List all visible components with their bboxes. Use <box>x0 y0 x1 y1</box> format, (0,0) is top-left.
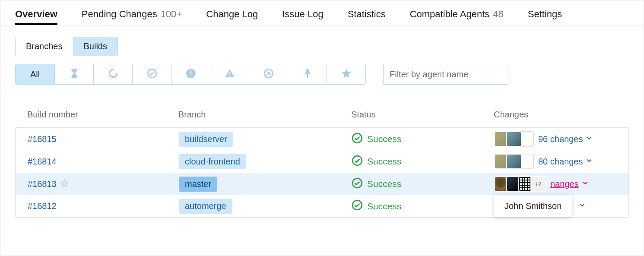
status-text: Success <box>367 156 401 167</box>
tab-label: Overview <box>15 9 57 20</box>
filter-cancelled-button[interactable] <box>249 64 288 84</box>
tab-badge: 48 <box>493 9 503 20</box>
agent-filter-input[interactable] <box>383 64 508 85</box>
chevron-down-icon <box>581 179 589 189</box>
success-icon <box>352 133 363 146</box>
col-branch: Branch <box>178 110 351 120</box>
tab-label: Pending Changes <box>82 9 157 20</box>
svg-rect-5 <box>229 76 230 76</box>
avatar-stack[interactable]: +2 <box>494 176 546 192</box>
build-number-text: #16813 <box>28 179 57 189</box>
view-toggle-branches[interactable]: Branches <box>16 37 73 56</box>
spinner-icon <box>108 68 119 81</box>
warning-triangle-icon <box>224 68 235 81</box>
tab-compatible-agents[interactable]: Compatible Agents48 <box>410 9 504 25</box>
status-cell: Success <box>352 133 494 146</box>
tab-overview[interactable]: Overview <box>15 9 57 25</box>
avatar-more-badge[interactable]: +2 <box>530 176 546 192</box>
tab-statistics[interactable]: Statistics <box>348 9 386 25</box>
branch-tag[interactable]: automerge <box>179 199 232 214</box>
svg-rect-4 <box>229 72 230 75</box>
changes-cell: +2 nanges John Smithson <box>494 176 616 192</box>
branch-tag[interactable]: cloud-frontend <box>179 154 246 169</box>
star-icon <box>341 68 352 81</box>
builds-table: Build number Branch Status Changes #1681… <box>15 110 629 218</box>
check-circle-icon <box>146 68 158 81</box>
table-row[interactable]: #16813 master Success +2 nan <box>16 173 628 195</box>
status-cell: Success <box>352 199 494 213</box>
changes-link[interactable]: nanges <box>550 179 589 189</box>
tab-pending-changes[interactable]: Pending Changes100+ <box>82 9 182 25</box>
avatar-stack[interactable] <box>494 154 534 169</box>
tab-label: Settings <box>528 9 562 20</box>
changes-text: nanges <box>550 179 579 189</box>
avatar-tooltip: John Smithson <box>494 195 572 217</box>
hourglass-icon <box>69 68 80 81</box>
tab-settings[interactable]: Settings <box>528 9 562 25</box>
avatar-stack[interactable] <box>494 131 534 147</box>
build-number-text: #16812 <box>28 201 57 211</box>
table-row[interactable]: #16815 buildserver Success 96 changes <box>16 128 628 150</box>
changes-link[interactable]: 96 changes <box>538 134 593 144</box>
filter-toolbar: All <box>15 64 644 85</box>
view-toggle-builds[interactable]: Builds <box>73 37 117 56</box>
changes-cell: 96 changes <box>494 131 616 147</box>
build-number-link[interactable]: #16814 <box>28 157 179 167</box>
changes-text: 80 changes <box>538 157 583 167</box>
changes-link[interactable]: 80 changes <box>538 157 593 167</box>
filter-success-button[interactable] <box>132 64 171 84</box>
col-build-number: Build number <box>27 110 178 120</box>
branch-tag[interactable]: buildserver <box>179 132 233 147</box>
build-number-link[interactable]: #16815 <box>28 134 179 144</box>
status-text: Success <box>367 134 401 144</box>
tab-issue-log[interactable]: Issue Log <box>282 9 323 25</box>
status-text: Success <box>367 201 401 212</box>
filter-running-button[interactable] <box>93 64 132 84</box>
filter-error-button[interactable] <box>171 64 210 84</box>
tab-label: Issue Log <box>282 9 323 20</box>
success-icon <box>352 155 363 168</box>
status-cell: Success <box>352 155 494 168</box>
star-outline-icon[interactable] <box>60 179 69 190</box>
tab-bar: Overview Pending Changes100+ Change Log … <box>0 0 644 25</box>
tab-label: Statistics <box>348 9 386 20</box>
filter-all-button[interactable]: All <box>16 64 54 84</box>
col-status: Status <box>351 110 494 120</box>
filter-favorite-button[interactable] <box>327 64 365 84</box>
branch-tag[interactable]: master <box>179 177 217 192</box>
changes-cell: 80 changes <box>494 154 616 169</box>
chevron-down-icon <box>578 201 586 211</box>
avatar[interactable] <box>506 154 522 169</box>
avatar[interactable] <box>506 131 522 147</box>
col-changes: Changes <box>494 110 617 120</box>
exclamation-circle-icon <box>185 68 197 81</box>
changes-text: 96 changes <box>538 134 583 144</box>
tab-change-log[interactable]: Change Log <box>206 9 258 25</box>
status-filter-group: All <box>15 64 366 85</box>
cancel-circle-icon <box>263 68 274 81</box>
tab-badge: 100+ <box>161 9 182 20</box>
status-text: Success <box>367 179 401 189</box>
success-icon <box>352 199 363 213</box>
chevron-down-icon <box>585 134 593 144</box>
build-number-link[interactable]: #16813 <box>28 179 179 190</box>
success-icon <box>352 177 363 191</box>
table-row[interactable]: #16814 cloud-frontend Success 80 changes <box>16 150 628 173</box>
build-number-link[interactable]: #16812 <box>28 201 179 211</box>
changes-expand[interactable] <box>578 201 586 211</box>
pin-icon <box>302 68 313 81</box>
svg-rect-3 <box>190 75 191 76</box>
filter-pinned-button[interactable] <box>288 64 327 84</box>
svg-rect-2 <box>190 71 191 75</box>
table-body: #16815 buildserver Success 96 changes <box>15 127 629 218</box>
table-header: Build number Branch Status Changes <box>15 110 629 127</box>
filter-warning-button[interactable] <box>210 64 249 84</box>
status-cell: Success <box>352 177 494 191</box>
chevron-down-icon <box>585 157 593 167</box>
view-toggle: Branches Builds <box>15 37 118 56</box>
tab-label: Compatible Agents <box>410 9 490 20</box>
build-number-text: #16814 <box>28 157 57 167</box>
filter-queued-button[interactable] <box>54 64 93 84</box>
tab-label: Change Log <box>206 9 258 20</box>
build-number-text: #16815 <box>28 134 57 144</box>
